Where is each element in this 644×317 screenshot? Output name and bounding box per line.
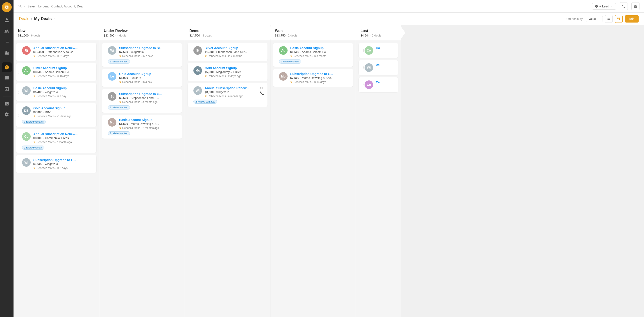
card-amount-c4: $7,000·DBZ [33,110,93,114]
card-title-w1: Basic Account Signup [290,46,350,50]
drag-handle-u1[interactable]: ⋮⋮ [103,53,108,57]
card-amount-d1: $1,000·Stephenson Land Sur... [205,50,264,54]
deal-card-c3[interactable]: ⋮⋮ Wi Basic Account Signup $5,400·widget… [16,83,96,101]
sidebar-item-reports[interactable] [2,37,12,47]
breadcrumb-current[interactable]: My Deals [34,17,56,21]
drag-handle-d1[interactable]: ⋮⋮ [188,51,194,54]
deal-card-u4[interactable]: ⋮⋮ Mo Basic Account Signup $1,500·Morris… [102,115,182,139]
card-owner-w2: ♛ Rebecca Moris · in 14 days [290,80,350,84]
column-header-demo: Demo $14,500 · 3 deals [185,25,270,40]
card-badge-u4: 1 related contact [108,131,130,135]
avatar-l2: Wi [364,63,373,72]
column-title-won: Won [275,29,351,33]
drag-handle-c2[interactable]: ⋮⋮ [17,71,22,74]
sidebar-item-analytics[interactable] [2,99,12,109]
sort-value-button[interactable]: Value [586,16,603,22]
list-view-icon [607,17,611,21]
deal-card-d1[interactable]: ⋮⋮ St Silver Account Signup $1,000·Steph… [188,43,268,61]
drag-handle-d2[interactable]: ⋮⋮ [188,71,194,74]
drag-handle-w2[interactable]: ⋮⋮ [274,76,280,80]
drag-handle-u4[interactable]: ⋮⋮ [103,125,108,128]
kanban-view-button[interactable] [615,15,622,23]
card-owner-c3: ♛ Rebecca Moris · in a day [33,95,93,98]
search-area [18,4,589,8]
lead-button[interactable]: + Lead [592,3,616,10]
deal-card-c5[interactable]: ⋮⋮ Co Annual Subscription Renew... $3,00… [16,129,96,153]
search-input[interactable] [28,5,90,8]
drag-handle-w1[interactable]: ⋮⋮ [274,53,280,57]
top-bar-right: + Lead [592,2,640,10]
email-button[interactable] [632,2,640,10]
deal-card-l1[interactable]: ⋮⋮ Co Co [359,43,398,58]
crown-icon-w2: ♛ [290,81,292,84]
crown-icon-d1: ♛ [205,55,207,58]
drag-handle-u2[interactable]: ⋮⋮ [103,76,108,80]
card-badge-u3: 1 related contact [108,105,130,110]
kanban-view-icon [617,17,620,21]
deal-card-u3[interactable]: ⋮⋮ St Subscription Upgrade to G... $8,50… [102,89,182,113]
deal-card-d3[interactable]: ⋮⋮ Wi Annual Subscription Renew... $8,00… [188,83,268,107]
sidebar-item-messages[interactable] [2,73,12,83]
search-icon-wrap[interactable] [18,4,26,8]
card-title-c6: Subscription Upgrade to G... [33,158,93,162]
crown-icon-c3: ♛ [33,95,36,98]
drag-handle-l1[interactable]: ⋮⋮ [360,49,365,52]
deal-card-w1[interactable]: ⋮⋮ Ad Basic Account Signup $1,500·Adams … [273,43,353,67]
drag-handle-c1[interactable]: ⋮⋮ [17,51,22,54]
deal-card-c4[interactable]: ⋮⋮ DB Gold Account Signup $7,000·DBZ ♛ R… [16,103,96,127]
drag-handle-d3[interactable]: ⋮⋮ [188,94,194,97]
card-badge-d3: 2 related contacts [194,100,217,104]
drag-handle-u3[interactable]: ⋮⋮ [103,99,108,103]
deals-breadcrumb-link[interactable]: Deals [19,17,29,21]
crown-icon-u1: ♛ [119,55,121,58]
avatar-u2: Le [108,72,116,81]
svg-text:$: $ [6,66,8,69]
sidebar-item-companies[interactable] [2,48,12,58]
app-logo[interactable] [2,2,12,12]
deal-card-d2[interactable]: ⋮⋮ Mc Gold Account Signup $5,500·Mcgladr… [188,63,268,81]
deal-card-c6[interactable]: ⋮⋮ Wi Subscription Upgrade to G... $1,60… [16,155,96,173]
drag-handle-c4[interactable]: ⋮⋮ [17,114,22,117]
breadcrumb: Deals › My Deals [19,17,566,21]
drag-handle-c3[interactable]: ⋮⋮ [17,91,22,94]
drag-handle-c5[interactable]: ⋮⋮ [17,139,22,143]
list-view-button[interactable] [605,15,613,23]
card-owner-d1: ♛ Rebecca Moris · in 2 months [205,55,264,58]
card-amount-u3: $8,500·Stephenson Land S... [119,96,178,100]
sidebar-item-calendar[interactable] [2,84,12,94]
phone-button[interactable] [620,2,628,10]
card-owner-c2: ♛ Rebecca Moris · in 16 days [33,75,93,78]
deal-card-c2[interactable]: ⋮⋮ Ad Silver Account Signup $3,500·Adams… [16,63,96,81]
card-amount-c1: $12,000·Rittenhouse Auto Co [33,50,93,54]
header-right: Sort deals by: Value Add [566,15,638,23]
sidebar-item-deals[interactable]: $ [2,62,12,72]
avatar-c3: Wi [22,86,30,95]
drag-handle-l3[interactable]: ⋮⋮ [360,83,365,86]
sidebar: $ [0,0,14,317]
sidebar-item-contacts[interactable] [2,15,12,25]
deal-card-w2[interactable]: ⋮⋮ Mo Subscription Upgrade to G... $7,50… [273,69,353,87]
deal-card-l2[interactable]: ⋮⋮ Wi Wi [359,60,398,75]
card-title-u3: Subscription Upgrade to G... [119,92,178,96]
avatar-u4: Mo [108,118,116,127]
sidebar-item-leads[interactable] [2,26,12,36]
deal-card-u1[interactable]: ⋮⋮ Wi Subscription Upgrade to Si... $7,5… [102,43,182,67]
avatar-c5: Co [22,132,30,141]
drag-handle-c6[interactable]: ⋮⋮ [17,162,22,166]
search-dropdown-icon [23,5,26,8]
email-icon-d3[interactable]: ✉ [260,86,264,90]
card-title-u2: Gold Account Signup [119,72,178,76]
card-title-c2: Silver Account Signup [33,66,93,70]
phone-icon-d3[interactable]: 📞 [260,91,264,95]
add-deal-button[interactable]: Add [625,15,638,23]
svg-point-0 [6,7,8,8]
sidebar-item-settings[interactable] [2,110,12,119]
deal-card-u2[interactable]: ⋮⋮ Le Gold Account Signup $6,000·Lexcorp… [102,69,182,87]
card-badge-c5: 1 related contact [22,146,44,150]
kanban-column-demo: Demo $14,500 · 3 deals ⋮⋮ St Silver Acco… [185,25,270,317]
column-title-lost: Lost [360,29,396,33]
deal-card-l3[interactable]: ⋮⋮ Ce Ce [359,77,398,92]
deal-card-c1[interactable]: ⋮⋮ Ri Annual Subscription Renew... $12,0… [16,43,96,61]
cards-scroll-lost: ⋮⋮ Co Co ⋮⋮ Wi Wi [356,40,401,317]
drag-handle-l2[interactable]: ⋮⋮ [360,66,365,69]
